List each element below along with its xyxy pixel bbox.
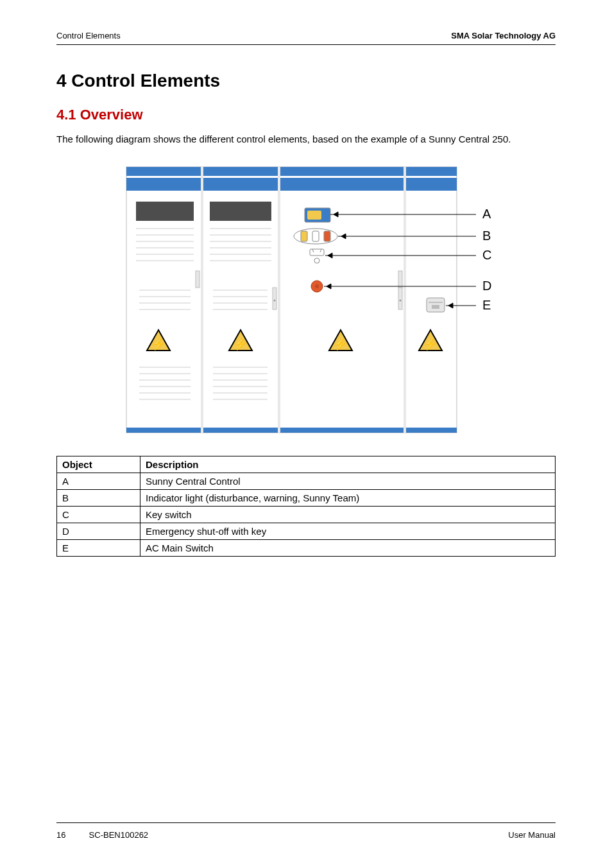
footer-doc-id: SC-BEN100262: [89, 830, 149, 840]
footer-divider: [56, 822, 556, 823]
table-cell-object: C: [57, 506, 140, 523]
svg-rect-48: [273, 288, 276, 309]
table-header-description: Description: [140, 456, 556, 473]
svg-rect-1: [126, 167, 457, 176]
svg-rect-9: [404, 167, 406, 433]
header-section-title: Control Elements: [56, 31, 121, 40]
svg-rect-6: [126, 178, 457, 191]
svg-text:⚡: ⚡: [234, 337, 248, 351]
header-company: SMA Solar Technology AG: [451, 31, 556, 40]
svg-rect-51: [398, 288, 402, 309]
svg-rect-10: [126, 428, 140, 433]
svg-point-60: [314, 258, 319, 263]
svg-rect-12: [443, 428, 457, 433]
table-cell-description: Sunny Central Control: [140, 473, 556, 489]
table-cell-object: B: [57, 489, 140, 506]
footer-page-number: 16: [56, 830, 65, 840]
table-cell-object: D: [57, 523, 140, 539]
table-cell-object: A: [57, 473, 140, 489]
svg-rect-47: [196, 271, 200, 288]
svg-text:⚡: ⚡: [334, 337, 348, 351]
table-row: B Indicator light (disturbance, warning,…: [57, 489, 556, 506]
ac-main-switch-icon: [427, 298, 445, 312]
svg-rect-30: [210, 202, 271, 221]
svg-rect-13: [136, 202, 194, 221]
diagram-label-e: E: [482, 298, 491, 312]
control-elements-table: Object Description A Sunny Central Contr…: [56, 456, 556, 557]
svg-rect-67: [432, 305, 439, 309]
table-row: A Sunny Central Control: [57, 473, 556, 489]
svg-rect-7: [201, 167, 203, 433]
control-elements-diagram: ⚡ ⚡ ⚡ ⚡: [120, 162, 492, 438]
svg-point-52: [400, 299, 402, 301]
svg-rect-59: [310, 249, 324, 256]
svg-text:⚡: ⚡: [423, 337, 438, 351]
page-header: Control Elements SMA Solar Technology AG: [56, 31, 556, 40]
diagram-label-b: B: [482, 229, 491, 243]
svg-rect-8: [278, 167, 280, 433]
table-cell-object: E: [57, 539, 140, 556]
section-heading: 4.1 Overview: [56, 107, 556, 123]
table-row: D Emergency shut-off with key: [57, 523, 556, 539]
svg-rect-58: [324, 231, 330, 241]
svg-rect-2: [126, 428, 457, 433]
svg-point-49: [274, 299, 276, 301]
svg-rect-56: [301, 231, 307, 241]
intro-paragraph: The following diagram shows the differen…: [56, 132, 556, 146]
diagram-label-a: A: [482, 207, 491, 221]
svg-rect-50: [398, 271, 402, 288]
footer-label: User Manual: [508, 830, 556, 840]
diagram-label-c: C: [482, 248, 491, 262]
table-header-object: Object: [57, 456, 140, 473]
svg-point-64: [315, 284, 319, 288]
table-row: C Key switch: [57, 506, 556, 523]
chapter-heading: 4 Control Elements: [56, 71, 556, 91]
svg-rect-11: [341, 428, 355, 433]
table-cell-description: Emergency shut-off with key: [140, 523, 556, 539]
table-cell-description: Indicator light (disturbance, warning, S…: [140, 489, 556, 506]
table-cell-description: AC Main Switch: [140, 539, 556, 556]
diagram-label-d: D: [482, 279, 491, 293]
header-divider: [56, 44, 556, 45]
page-footer: 16 SC-BEN100262 User Manual: [56, 830, 556, 840]
svg-rect-54: [307, 211, 321, 220]
table-cell-description: Key switch: [140, 506, 556, 523]
table-row: E AC Main Switch: [57, 539, 556, 556]
svg-rect-57: [312, 231, 319, 241]
svg-text:⚡: ⚡: [151, 337, 166, 351]
